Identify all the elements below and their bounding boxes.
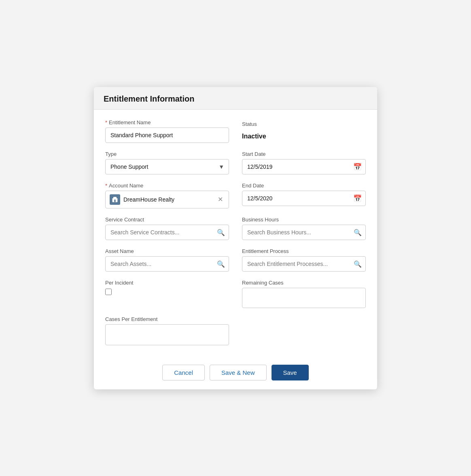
cases-per-entitlement-label: Cases Per Entitlement bbox=[105, 316, 229, 322]
status-group: Status Inactive bbox=[242, 119, 366, 143]
entitlement-process-group: Entitlement Process 🔍 bbox=[242, 248, 366, 272]
remaining-cases-label: Remaining Cases bbox=[242, 280, 366, 286]
svg-rect-2 bbox=[114, 200, 115, 202]
account-name-label: * Account Name bbox=[105, 183, 229, 189]
type-select[interactable]: Phone Support Web Email Chat bbox=[105, 159, 229, 174]
service-contract-input[interactable] bbox=[105, 225, 229, 240]
business-hours-label: Business Hours bbox=[242, 217, 366, 223]
start-date-input[interactable] bbox=[242, 159, 366, 174]
account-name-text: DreamHouse Realty bbox=[123, 196, 213, 203]
required-star: * bbox=[105, 119, 107, 125]
end-date-wrapper: 📅 bbox=[242, 191, 366, 206]
entitlement-process-search-wrapper: 🔍 bbox=[242, 256, 366, 272]
svg-rect-1 bbox=[113, 197, 117, 199]
service-contract-group: Service Contract 🔍 bbox=[105, 217, 229, 240]
per-incident-checkbox[interactable] bbox=[105, 289, 112, 295]
cases-per-entitlement-input[interactable] bbox=[105, 324, 229, 345]
per-incident-checkbox-group bbox=[105, 289, 229, 295]
account-field[interactable]: DreamHouse Realty ✕ bbox=[105, 191, 229, 208]
end-date-label: End Date bbox=[242, 183, 366, 189]
type-label: Type bbox=[105, 151, 229, 157]
status-value: Inactive bbox=[242, 129, 366, 140]
entitlement-process-input[interactable] bbox=[242, 256, 366, 272]
per-incident-group: Per Incident bbox=[105, 280, 229, 308]
entitlement-name-input[interactable] bbox=[105, 128, 229, 143]
remaining-cases-group: Remaining Cases bbox=[242, 280, 366, 308]
form-grid: * Entitlement Name Status Inactive Type … bbox=[105, 119, 366, 316]
entitlement-process-label: Entitlement Process bbox=[242, 248, 366, 254]
modal-body: * Entitlement Name Status Inactive Type … bbox=[94, 110, 377, 357]
start-date-label: Start Date bbox=[242, 151, 366, 157]
per-incident-label: Per Incident bbox=[105, 280, 229, 286]
modal-title: Entitlement Information bbox=[104, 94, 367, 104]
type-select-wrapper: Phone Support Web Email Chat ▼ bbox=[105, 159, 229, 174]
modal-header: Entitlement Information bbox=[94, 87, 377, 110]
end-date-group: End Date 📅 bbox=[242, 183, 366, 208]
building-svg bbox=[112, 196, 118, 203]
entitlement-name-group: * Entitlement Name bbox=[105, 119, 229, 143]
business-hours-search-wrapper: 🔍 bbox=[242, 225, 366, 240]
asset-name-group: Asset Name 🔍 bbox=[105, 248, 229, 272]
end-date-input[interactable] bbox=[242, 191, 366, 206]
service-contract-search-wrapper: 🔍 bbox=[105, 225, 229, 240]
account-building-icon bbox=[110, 194, 120, 205]
business-hours-group: Business Hours 🔍 bbox=[242, 217, 366, 240]
asset-name-label: Asset Name bbox=[105, 248, 229, 254]
status-label: Status bbox=[242, 121, 366, 127]
asset-name-search-wrapper: 🔍 bbox=[105, 256, 229, 272]
save-button[interactable]: Save bbox=[272, 365, 309, 380]
business-hours-input[interactable] bbox=[242, 225, 366, 240]
start-date-wrapper: 📅 bbox=[242, 159, 366, 174]
account-clear-button[interactable]: ✕ bbox=[216, 195, 225, 204]
asset-name-input[interactable] bbox=[105, 256, 229, 272]
type-group: Type Phone Support Web Email Chat ▼ bbox=[105, 151, 229, 174]
service-contract-label: Service Contract bbox=[105, 217, 229, 223]
cancel-button[interactable]: Cancel bbox=[162, 365, 205, 380]
modal-footer: Cancel Save & New Save bbox=[94, 357, 377, 389]
save-new-button[interactable]: Save & New bbox=[210, 365, 267, 380]
remaining-cases-input[interactable] bbox=[242, 288, 366, 308]
account-name-group: * Account Name DreamHouse Realty ✕ bbox=[105, 183, 229, 208]
start-date-group: Start Date 📅 bbox=[242, 151, 366, 174]
required-star-account: * bbox=[105, 183, 107, 189]
entitlement-modal: Entitlement Information * Entitlement Na… bbox=[94, 87, 377, 389]
entitlement-name-label: * Entitlement Name bbox=[105, 119, 229, 125]
cases-per-entitlement-group: Cases Per Entitlement bbox=[105, 316, 229, 345]
